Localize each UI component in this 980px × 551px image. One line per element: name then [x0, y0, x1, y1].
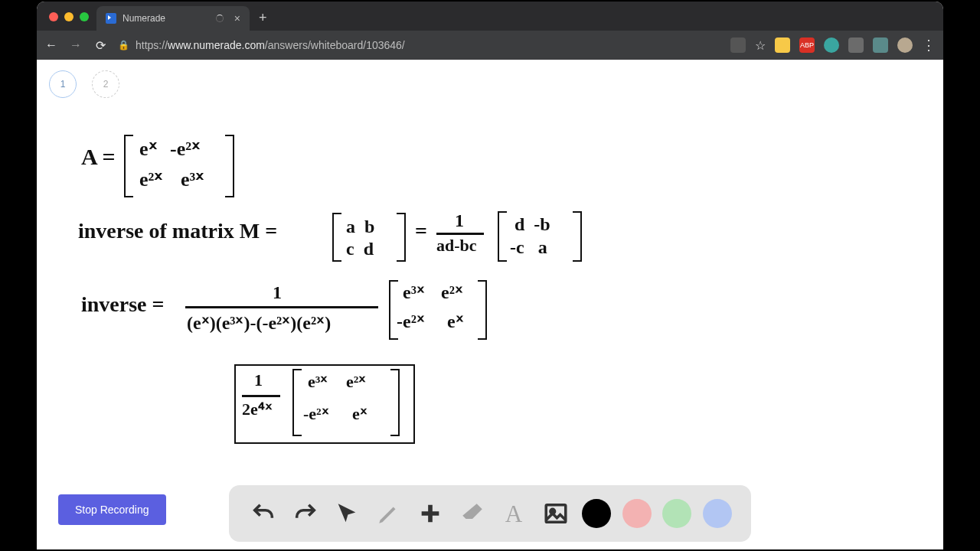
eraser-tool[interactable]: [457, 498, 488, 529]
eq1-m12: -e²ˣ: [170, 139, 201, 159]
url-path: /answers/whiteboard/103646/: [265, 39, 405, 51]
bracket-icon: [478, 280, 487, 340]
bookmark-star-icon[interactable]: ☆: [755, 38, 766, 53]
pointer-tool[interactable]: [332, 498, 362, 529]
back-button[interactable]: ←: [44, 38, 58, 52]
eq4-m12: e²ˣ: [346, 373, 366, 390]
forward-button[interactable]: →: [69, 38, 83, 52]
eq2-text: inverse of matrix M =: [78, 220, 277, 242]
menu-icon[interactable]: ⋮: [922, 37, 936, 54]
svg-text:A: A: [505, 500, 523, 527]
eq2-frac-top: 1: [455, 211, 464, 230]
extension-screen-icon[interactable]: [873, 37, 888, 53]
browser-tab[interactable]: Numerade ×: [96, 6, 250, 31]
eq2-result-matrix: d -b -c a: [510, 213, 550, 259]
url-scheme: https://: [136, 39, 168, 51]
page-content: 1 2 A = eˣ -e²ˣ e²ˣ e³ˣ inverse of matri…: [37, 60, 943, 549]
new-tab-button[interactable]: +: [250, 10, 276, 31]
address-bar: ← → ⟳ 🔒 https://www.numerade.com/answers…: [37, 31, 943, 60]
url-host: www.numerade.com: [168, 39, 265, 51]
eq2-matrix: a b c d: [346, 216, 374, 260]
eq3-frac-top: 1: [273, 283, 282, 302]
tab-strip: Numerade × +: [37, 2, 943, 31]
eq4-frac-top: 1: [254, 372, 263, 389]
eq3-frac-bot: (eˣ)(e³ˣ)-(-e²ˣ)(e²ˣ): [187, 314, 331, 332]
color-green[interactable]: [662, 499, 691, 528]
add-tool[interactable]: [415, 498, 446, 529]
maximize-window-icon[interactable]: [80, 12, 89, 21]
extension-teal-icon[interactable]: [824, 37, 839, 53]
eq4-m11: e³ˣ: [308, 373, 328, 390]
color-pink[interactable]: [622, 499, 652, 528]
favicon-icon: [106, 13, 116, 24]
close-window-icon[interactable]: [49, 12, 58, 21]
color-black[interactable]: [582, 499, 611, 528]
image-tool[interactable]: [541, 498, 571, 529]
minimize-window-icon[interactable]: [64, 12, 74, 21]
bracket-icon: [292, 369, 302, 436]
adblock-icon[interactable]: ABP: [799, 37, 815, 53]
fraction-line: [185, 306, 378, 308]
text-tool[interactable]: A: [498, 498, 529, 529]
tab-title: Numerade: [122, 13, 165, 24]
svg-rect-1: [546, 505, 566, 523]
eq3-lhs: inverse =: [81, 294, 165, 315]
bracket-icon: [498, 211, 507, 262]
color-blue[interactable]: [703, 499, 732, 528]
bracket-icon: [332, 213, 341, 262]
pen-tool[interactable]: [374, 498, 404, 529]
eq1-m11: eˣ: [139, 139, 158, 159]
fraction-line: [242, 395, 280, 397]
eq3-m12: e²ˣ: [441, 283, 463, 302]
lock-icon: 🔒: [118, 40, 129, 51]
browser-window: Numerade × + ← → ⟳ 🔒 https://www.numerad…: [37, 2, 943, 549]
eq2-eq: =: [415, 220, 427, 242]
camera-icon[interactable]: [730, 37, 746, 53]
whiteboard-canvas[interactable]: A = eˣ -e²ˣ e²ˣ e³ˣ inverse of matrix M …: [37, 60, 943, 549]
eq4-m22: eˣ: [352, 406, 368, 422]
stop-recording-button[interactable]: Stop Recording: [58, 494, 166, 525]
extension-icons: ☆ ABP ⋮: [730, 37, 936, 54]
redo-button[interactable]: [290, 498, 321, 529]
reload-button[interactable]: ⟳: [93, 38, 107, 53]
fraction-line: [436, 233, 484, 235]
bracket-icon: [124, 135, 133, 197]
bracket-icon: [390, 369, 400, 436]
eq2-frac-bot: ad-bc: [436, 237, 477, 254]
profile-avatar-icon[interactable]: [897, 37, 913, 53]
eq4-m21: -e²ˣ: [303, 406, 329, 422]
window-controls: [44, 12, 96, 31]
bracket-icon: [225, 135, 234, 197]
eq1-m22: e³ˣ: [181, 170, 204, 190]
eq4-frac-bot: 2e⁴ˣ: [242, 401, 273, 418]
tab-close-icon[interactable]: ×: [234, 12, 240, 24]
eq3-m11: e³ˣ: [403, 283, 425, 302]
extension-gray-icon[interactable]: [848, 37, 864, 53]
eq1-lhs: A =: [81, 145, 116, 168]
eq3-m22: eˣ: [447, 312, 464, 331]
extension-yellow-icon[interactable]: [775, 37, 790, 53]
url-field[interactable]: 🔒 https://www.numerade.com/answers/white…: [118, 39, 720, 51]
bracket-icon: [397, 213, 406, 262]
eq3-m21: -e²ˣ: [397, 312, 425, 331]
loading-spinner-icon: [216, 15, 224, 22]
bracket-icon: [573, 211, 582, 262]
undo-button[interactable]: [248, 498, 279, 529]
whiteboard-toolbar: A: [229, 485, 751, 542]
eq1-m21: e²ˣ: [139, 170, 163, 190]
